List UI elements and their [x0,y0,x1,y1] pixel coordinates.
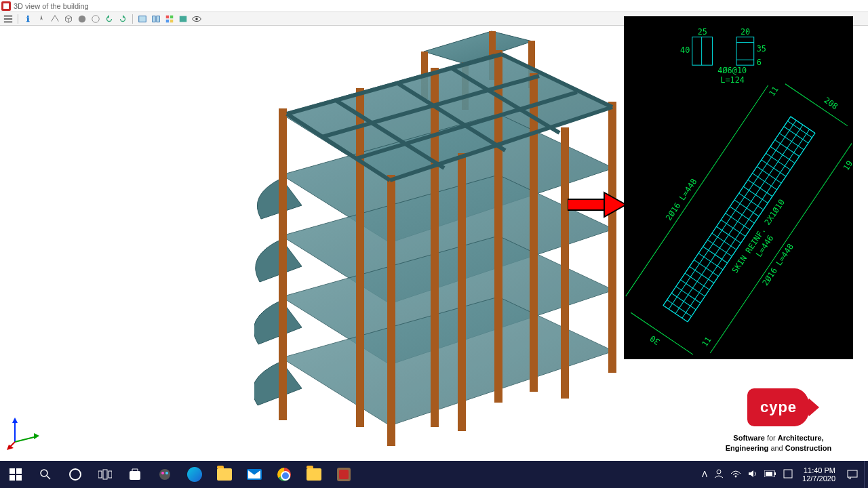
svg-line-76 [685,273,709,289]
taskbar-app-xbox[interactable] [151,461,179,488]
taskbar-app-edge[interactable] [180,461,209,488]
clock-time: 11:40 PM [802,466,835,474]
svg-rect-9 [153,16,155,22]
taskview-button[interactable] [91,461,119,488]
taskbar-app-chrome[interactable] [270,461,298,488]
window-titlebar: 3D view of the building [0,0,868,12]
svg-line-60 [626,85,768,296]
svg-line-61 [710,142,852,353]
tray-network-icon[interactable] [730,470,741,480]
tray-chevron-icon[interactable]: ᐱ [702,470,707,479]
svg-rect-33 [458,153,466,431]
svg-rect-13 [166,19,169,22]
svg-rect-10 [157,16,159,22]
tray-volume-icon[interactable] [748,469,757,481]
taskbar-app-store[interactable] [121,461,149,488]
svg-text:19: 19 [842,159,852,173]
svg-rect-12 [170,15,173,18]
rotate-right-icon[interactable] [117,14,128,24]
taskbar-app-explorer[interactable] [210,461,239,488]
window-title: 3D view of the building [14,2,89,10]
perspective-icon[interactable] [50,14,60,24]
svg-point-4 [79,15,86,22]
svg-rect-133 [774,472,776,475]
svg-text:35: 35 [757,44,766,54]
menu-icon[interactable] [3,14,14,24]
svg-text:208: 208 [823,96,840,112]
svg-rect-135 [784,470,792,478]
svg-line-90 [748,180,772,196]
shade1-icon[interactable] [77,14,87,24]
notifications-button[interactable] [841,461,864,488]
svg-text:11: 11 [767,85,781,98]
window1-icon[interactable] [137,14,148,24]
shade2-icon[interactable] [90,14,101,24]
svg-line-82 [712,233,736,249]
svg-rect-36 [561,127,569,399]
svg-rect-48 [692,37,713,66]
start-button[interactable] [1,461,30,488]
tray-battery-icon[interactable] [764,470,776,479]
svg-rect-117 [16,468,22,474]
cube-icon[interactable] [63,14,74,24]
layers-icon[interactable] [178,14,189,24]
svg-rect-2 [4,21,12,22]
windows-taskbar: ᐱ 11:40 PM 12/7/2020 [0,461,868,488]
logo-mark: cype [747,388,810,426]
svg-line-81 [707,240,732,256]
toolbar-separator [132,14,133,24]
window2-icon[interactable] [151,14,161,24]
cortana-button[interactable] [61,461,90,488]
building-model [254,26,620,460]
svg-marker-47 [604,192,626,217]
toolbar-separator [18,14,18,24]
search-button[interactable] [31,461,60,488]
compass-icon[interactable] [36,14,47,24]
tray-people-icon[interactable] [714,469,724,481]
svg-point-5 [92,15,100,22]
svg-point-120 [41,470,47,476]
system-tray[interactable]: ᐱ [698,469,797,481]
svg-line-121 [47,476,50,479]
cad-detail-panel: 25 40 20 35 6 4Ø6@10 L=124 [624,16,853,359]
svg-rect-8 [139,16,146,22]
taskbar-app-mail[interactable] [240,461,269,488]
svg-point-129 [717,470,721,474]
svg-rect-35 [608,102,616,373]
taskbar-clock[interactable]: 11:40 PM 12/7/2020 [797,466,841,483]
eye-icon[interactable] [191,14,202,24]
svg-line-84 [721,220,745,236]
svg-line-95 [770,146,795,163]
svg-marker-111 [12,418,18,423]
svg-rect-11 [166,15,169,18]
rotate-left-icon[interactable] [104,14,115,24]
svg-line-77 [690,266,714,283]
svg-rect-119 [16,475,22,481]
svg-marker-7 [123,14,125,18]
svg-text:11: 11 [700,335,713,348]
svg-line-80 [703,247,728,263]
grid-icon[interactable] [164,14,175,24]
3d-viewport[interactable]: 25 40 20 35 6 4Ø6@10 L=124 [0,26,868,461]
svg-line-68 [688,133,815,322]
svg-line-66 [791,117,815,133]
taskbar-app-files[interactable] [300,461,328,488]
info-icon[interactable]: ℹ [22,14,33,24]
axis-gizmo[interactable] [7,416,41,450]
svg-point-126 [159,469,170,480]
svg-line-83 [716,226,741,243]
svg-line-87 [734,200,759,216]
app-icon [1,1,11,11]
tray-language-icon[interactable] [783,469,793,481]
svg-line-86 [730,207,754,223]
svg-marker-3 [40,14,43,20]
svg-line-96 [775,140,800,156]
svg-point-128 [165,472,168,474]
show-desktop-button[interactable] [864,461,868,488]
svg-marker-6 [107,14,109,18]
svg-rect-122 [98,471,102,478]
svg-text:20: 20 [741,27,750,37]
taskbar-app-cype[interactable] [330,461,358,488]
svg-rect-124 [108,471,112,478]
svg-line-75 [680,280,705,296]
